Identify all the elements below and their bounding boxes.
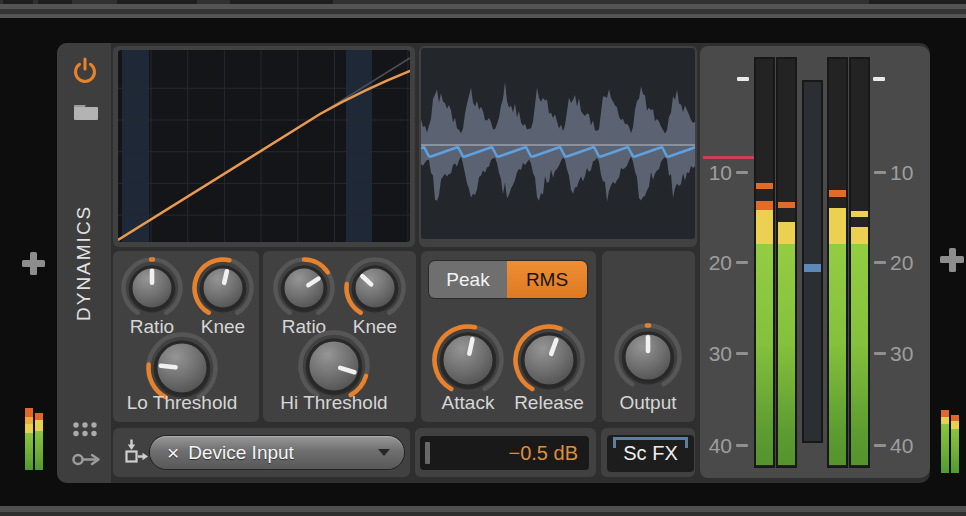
meter-segment bbox=[829, 190, 846, 197]
bitwig-device-view: DYNAMICS bbox=[0, 0, 966, 516]
threshold-marker-line bbox=[703, 156, 755, 159]
meter-segment bbox=[756, 183, 773, 189]
device-title: DYNAMICS bbox=[57, 43, 111, 483]
sidechain-gain-field[interactable]: −0.5 dB bbox=[420, 436, 589, 470]
track-meter-segment bbox=[25, 417, 33, 424]
meter-segment bbox=[829, 244, 846, 465]
meter-scale-tick bbox=[874, 171, 886, 174]
knob-label-output: Output bbox=[563, 392, 733, 414]
chevron-down-icon bbox=[378, 449, 390, 456]
background-strip bbox=[0, 14, 966, 18]
sidechain-source-dropdown[interactable]: × Device Input bbox=[150, 436, 404, 469]
track-meter-segment bbox=[35, 431, 43, 470]
meter-scale-label: 40 bbox=[890, 433, 930, 459]
track-meter-segment bbox=[941, 417, 949, 424]
knob-label-lo-threshold: Lo Threshold bbox=[97, 392, 267, 414]
knob-hi-knee[interactable] bbox=[343, 256, 407, 320]
peak-mode-button[interactable]: Peak bbox=[429, 261, 507, 298]
meter-scale-label: 20 bbox=[890, 250, 930, 276]
level-meter-bar bbox=[827, 57, 848, 468]
track-meter-segment bbox=[25, 408, 33, 417]
track-meter-segment bbox=[35, 420, 43, 431]
meter-segment bbox=[756, 244, 773, 465]
track-meter-segment bbox=[941, 424, 949, 473]
track-meter-segment bbox=[25, 424, 33, 433]
meter-scale-tick bbox=[736, 444, 748, 447]
meter-scale-label: 10 bbox=[694, 160, 732, 186]
waveform-shape bbox=[421, 82, 695, 202]
scfx-bracket-cap bbox=[613, 437, 616, 448]
background-strip bbox=[0, 512, 966, 516]
gain-value: −0.5 dB bbox=[508, 436, 578, 470]
meter-scale-tick bbox=[874, 261, 886, 264]
remote-controls-icon[interactable] bbox=[72, 421, 99, 438]
meter-segment bbox=[756, 210, 773, 244]
track-meter-segment bbox=[951, 429, 959, 473]
meter-scale-tick bbox=[874, 352, 886, 355]
meter-scale-label: 30 bbox=[694, 341, 732, 367]
meter-segment bbox=[778, 244, 795, 465]
meter-scale-tick bbox=[736, 261, 748, 264]
peak-mode-label: Peak bbox=[446, 269, 489, 291]
knob-release[interactable] bbox=[512, 323, 586, 397]
clear-source-icon[interactable]: × bbox=[167, 441, 179, 465]
waveform-display bbox=[421, 48, 695, 239]
meter-scale-zero-tick bbox=[737, 77, 749, 81]
meter-scale-tick bbox=[736, 352, 748, 355]
meter-scale-label: 10 bbox=[890, 160, 930, 186]
scfx-bracket-cap bbox=[685, 437, 688, 448]
key-arrow-icon[interactable] bbox=[72, 452, 102, 467]
rms-mode-label: RMS bbox=[526, 269, 568, 291]
level-meter-bar bbox=[754, 57, 775, 468]
track-meter-segment bbox=[951, 421, 959, 429]
sidechain-routing-icon[interactable] bbox=[123, 438, 150, 466]
detection-mode-toggle: Peak RMS bbox=[429, 261, 587, 298]
meter-segment bbox=[804, 264, 821, 272]
scfx-label: Sc FX bbox=[623, 442, 677, 465]
scfx-active-bracket bbox=[613, 437, 688, 440]
knob-hi-ratio[interactable] bbox=[272, 256, 336, 320]
track-meter-segment bbox=[941, 410, 949, 417]
meter-segment bbox=[851, 244, 868, 465]
meter-scale-label: 30 bbox=[890, 341, 930, 367]
compression-curve-display bbox=[118, 50, 410, 242]
level-meter-bar bbox=[776, 57, 797, 468]
meter-scale-zero-tick bbox=[873, 77, 885, 81]
meter-segment bbox=[756, 201, 773, 210]
knob-attack[interactable] bbox=[431, 323, 505, 397]
rms-mode-button[interactable]: RMS bbox=[507, 261, 587, 298]
track-meter-segment bbox=[25, 433, 33, 470]
meter-segment bbox=[829, 208, 846, 244]
knob-lo-ratio[interactable] bbox=[120, 256, 184, 320]
gain-slider-handle[interactable] bbox=[425, 442, 430, 464]
meter-scale-tick bbox=[736, 171, 748, 174]
meter-scale-label: 40 bbox=[694, 433, 732, 459]
knob-lo-knee[interactable] bbox=[191, 256, 255, 320]
scfx-button[interactable]: Sc FX bbox=[607, 435, 694, 472]
knob-output[interactable] bbox=[613, 322, 683, 392]
meter-scale-label: 20 bbox=[694, 250, 732, 276]
level-meter-bar bbox=[849, 57, 870, 468]
track-meter-segment bbox=[35, 413, 43, 420]
meter-scale-tick bbox=[874, 444, 886, 447]
meter-segment bbox=[778, 202, 795, 208]
meter-segment bbox=[851, 211, 868, 217]
sidechain-source-label: Device Input bbox=[188, 442, 294, 464]
meter-segment bbox=[851, 227, 868, 244]
meter-segment bbox=[778, 222, 795, 244]
gain-reduction-meter bbox=[802, 80, 823, 443]
